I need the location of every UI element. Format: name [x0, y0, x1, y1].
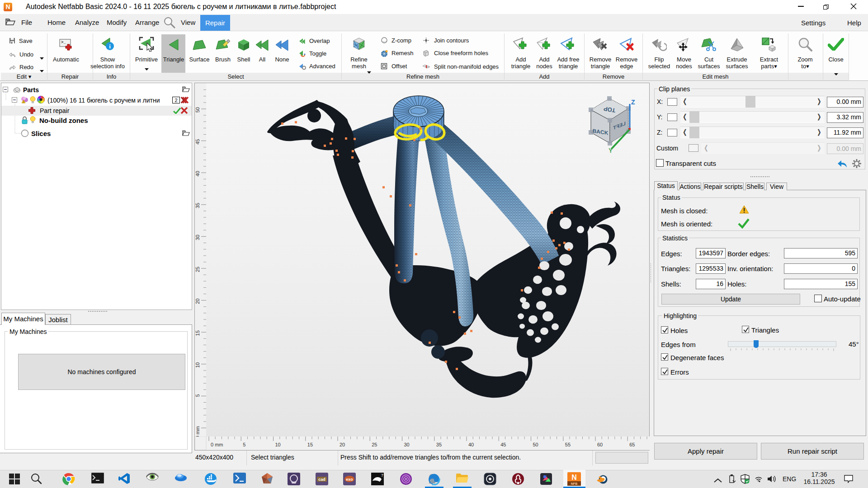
svg-text:10: 10	[195, 362, 200, 368]
svg-text:45: 45	[195, 139, 200, 145]
svg-text:!: !	[23, 101, 24, 103]
svg-text:35: 35	[436, 442, 442, 447]
svg-text:15: 15	[195, 330, 200, 336]
svg-text:50: 50	[195, 107, 200, 113]
svg-text:20: 20	[340, 442, 345, 447]
svg-text:20: 20	[195, 299, 200, 304]
svg-text:0 mm: 0 mm	[211, 442, 223, 447]
svg-text:25: 25	[372, 442, 377, 447]
svg-text:30: 30	[195, 235, 200, 240]
svg-text:10: 10	[275, 442, 281, 447]
svg-text:i: i	[109, 43, 111, 50]
svg-text:cad: cad	[318, 477, 326, 482]
svg-text:65: 65	[629, 442, 635, 447]
svg-text:N: N	[571, 474, 577, 481]
svg-text:Z: Z	[631, 99, 635, 106]
svg-text:30: 30	[404, 442, 410, 447]
svg-text:50: 50	[533, 442, 538, 447]
svg-text:60: 60	[597, 442, 603, 447]
svg-text:35: 35	[195, 203, 200, 208]
svg-text:exo: exo	[346, 477, 353, 482]
svg-text:5: 5	[195, 394, 200, 397]
svg-text:40: 40	[468, 442, 474, 447]
svg-text:NFB: NFB	[571, 482, 577, 485]
svg-text:5: 5	[243, 442, 245, 447]
svg-text:Y: Y	[609, 147, 613, 154]
svg-text:>_: >_	[61, 40, 66, 45]
svg-text:25: 25	[195, 267, 200, 272]
svg-text:55: 55	[565, 442, 571, 447]
svg-text:7: 7	[381, 473, 383, 478]
svg-text:15: 15	[307, 442, 313, 447]
svg-text:45: 45	[500, 442, 506, 447]
svg-text:40: 40	[195, 171, 200, 176]
